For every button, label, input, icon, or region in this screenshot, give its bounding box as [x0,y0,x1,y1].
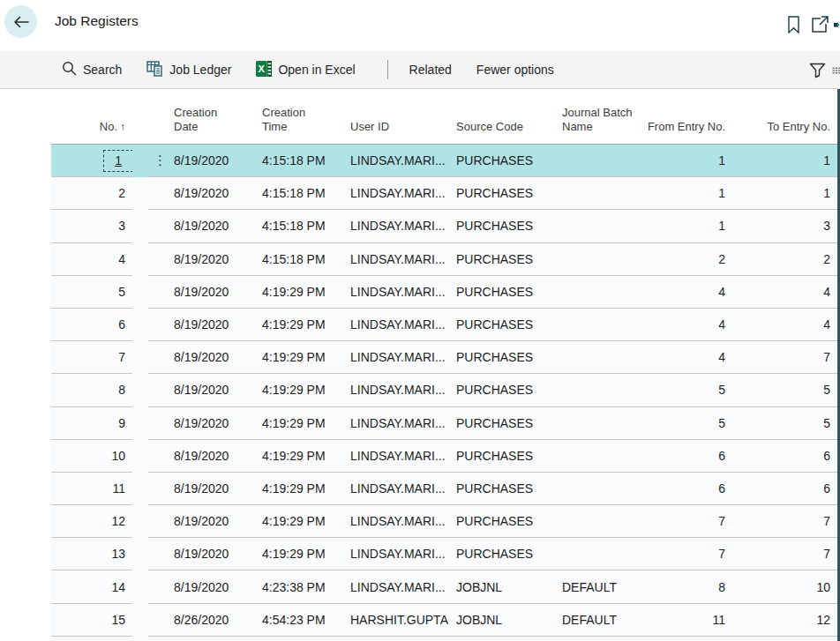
cell-creation-date: 8/19/2020 [172,210,260,242]
cell-creation-time: 4:19:29 PM [260,473,349,505]
cell-row-menu [148,505,172,538]
column-header-to-entry-no[interactable]: To Entry No. [732,89,837,145]
cell-no[interactable]: 7 [51,341,132,374]
cell-gap [132,374,148,406]
table-row[interactable]: 128/19/20204:19:29 PMLINDSAY.MARI...PURC… [51,505,837,538]
table-row[interactable]: 38/19/20204:15:18 PMLINDSAY.MARI...PURCH… [51,210,837,242]
cell-row-menu [148,538,172,570]
cell-no[interactable]: 4 [51,243,132,276]
filter-icon[interactable] [802,57,832,84]
bookmark-icon[interactable] [780,14,806,35]
cell-source-code: PURCHASES [454,177,560,210]
cell-no[interactable]: 12 [51,505,132,538]
cell-user-id: LINDSAY.MARI... [349,210,454,242]
cell-creation-date: 8/19/2020 [172,570,260,603]
table-row[interactable]: 158/26/20204:54:23 PMHARSHIT.GUPTAJOBJNL… [51,604,837,637]
excel-icon: X [256,61,272,79]
table-row[interactable]: 98/19/20204:19:29 PMLINDSAY.MARI...PURCH… [51,407,837,440]
table-row[interactable]: 88/19/20204:19:29 PMLINDSAY.MARI...PURCH… [51,374,837,406]
table-row[interactable]: 28/19/20204:15:18 PMLINDSAY.MARI...PURCH… [51,177,837,210]
cell-row-menu [148,243,172,276]
table-row[interactable]: 48/19/20204:15:18 PMLINDSAY.MARI...PURCH… [51,243,837,276]
job-ledger-action[interactable]: Job Ledger [146,61,231,79]
open-in-excel-label: Open in Excel [278,63,355,77]
table-row[interactable]: 58/19/20204:19:29 PMLINDSAY.MARI...PURCH… [51,276,837,309]
cell-no[interactable]: 14 [51,570,132,603]
cell-no[interactable]: 11 [51,473,132,505]
cell-from-entry-no: 4 [649,309,732,341]
column-header-journal-batch-name[interactable]: Journal Batch Name [560,89,649,145]
cell-from-entry-no: 5 [649,407,732,440]
cell-from-entry-no: 4 [649,341,732,374]
cell-source-code: PURCHASES [454,407,560,440]
column-header-no[interactable]: No. ↑ [51,89,132,145]
cell-source-code: PURCHASES [454,276,560,309]
cell-no[interactable]: 9 [51,407,132,440]
cell-no[interactable]: 5 [51,276,132,309]
cell-source-code: PURCHASES [454,243,560,276]
cell-creation-time: 4:15:18 PM [260,210,349,242]
table-row[interactable]: 68/19/20204:19:29 PMLINDSAY.MARI...PURCH… [51,309,837,341]
back-button[interactable] [4,5,37,38]
cell-creation-time: 4:19:29 PM [260,309,349,341]
fewer-options-action[interactable]: Fewer options [476,63,554,77]
cell-journal-batch-name [560,374,649,406]
cell-creation-date: 8/19/2020 [172,177,260,210]
cell-source-code: PURCHASES [454,210,560,242]
cell-gap [132,538,148,570]
search-action[interactable]: Search [62,61,122,78]
cell-user-id: HARSHIT.GUPTA [349,604,454,637]
open-in-new-window-icon[interactable] [806,14,833,35]
table-row[interactable]: 118/19/20204:19:29 PMLINDSAY.MARI...PURC… [51,473,837,505]
related-menu[interactable]: Related [409,63,452,77]
cell-row-menu [148,276,172,309]
table-row[interactable]: 78/19/20204:19:29 PMLINDSAY.MARI...PURCH… [51,341,837,374]
table-row[interactable]: 138/19/20204:19:29 PMLINDSAY.MARI...PURC… [51,538,837,570]
cell-user-id: LINDSAY.MARI... [349,473,454,505]
cell-no[interactable]: 15 [51,604,132,637]
column-header-user-id[interactable]: User ID [349,89,454,145]
fewer-options-label: Fewer options [476,63,554,77]
sort-ascending-icon: ↑ [120,121,125,134]
column-header-creation-time[interactable]: Creation Time [260,89,349,145]
cell-no[interactable]: 2 [51,177,132,210]
cell-creation-date: 8/19/2020 [172,440,260,473]
open-in-excel-action[interactable]: X Open in Excel [256,61,355,79]
cell-to-entry-no: 6 [732,473,837,505]
column-header-creation-date[interactable]: Creation Date [172,89,260,145]
job-ledger-label: Job Ledger [169,63,231,77]
cell-no[interactable]: 1 [51,145,132,177]
cell-journal-batch-name [560,473,649,505]
cell-no[interactable]: 13 [51,538,132,570]
cell-no[interactable]: 6 [51,309,132,341]
cell-user-id: LINDSAY.MARI... [349,374,454,406]
cell-source-code: PURCHASES [454,473,560,505]
cell-creation-date: 8/26/2020 [172,604,260,637]
cell-user-id: LINDSAY.MARI... [349,145,454,177]
cell-source-code: PURCHASES [454,538,560,570]
row-context-menu-icon[interactable]: ⋮ [148,153,172,168]
cell-creation-time: 4:19:29 PM [260,538,349,570]
clipped-grid-icon[interactable] [832,57,840,84]
table-row[interactable]: 108/19/20204:19:29 PMLINDSAY.MARI...PURC… [51,440,837,473]
clipped-edge-icon[interactable] [833,14,840,35]
cell-source-code: PURCHASES [454,309,560,341]
cell-no[interactable]: 3 [51,210,132,242]
cell-creation-time: 4:54:23 PM [260,604,349,637]
cell-from-entry-no: 11 [649,604,732,637]
register-no-link[interactable]: 1 [115,153,122,168]
cell-no[interactable]: 10 [51,440,132,473]
cell-no[interactable]: 8 [51,374,132,406]
cell-gap [132,145,148,177]
cell-journal-batch-name [560,407,649,440]
cell-gap [132,407,148,440]
table-row[interactable]: 148/19/20204:23:38 PMLINDSAY.MARI...JOBJ… [51,570,837,603]
column-header-from-entry-no[interactable]: From Entry No. [649,89,732,145]
column-header-source-code[interactable]: Source Code [454,89,560,145]
cell-journal-batch-name [560,505,649,538]
cell-user-id: LINDSAY.MARI... [349,341,454,374]
toolbar-right-icons [802,51,840,89]
table-row[interactable]: 1⋮8/19/20204:15:18 PMLINDSAY.MARI...PURC… [51,145,837,177]
cell-row-menu[interactable]: ⋮ [148,145,172,177]
cell-journal-batch-name [560,243,649,276]
